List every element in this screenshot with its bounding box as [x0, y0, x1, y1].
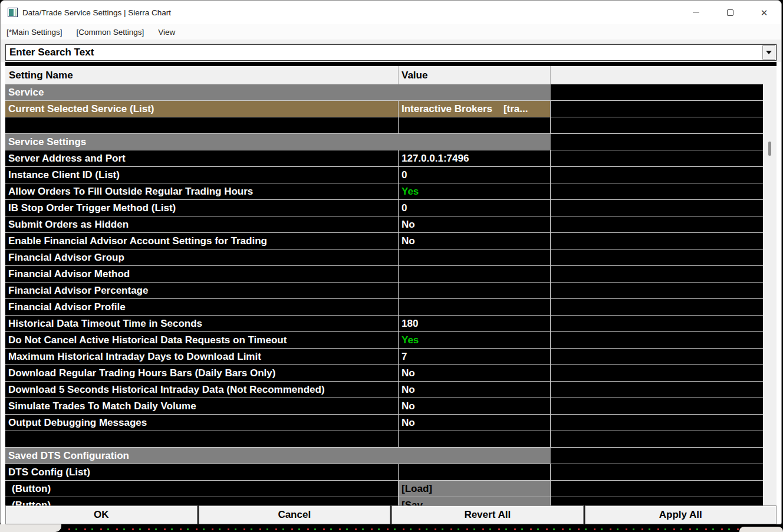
vertical-scrollbar-track[interactable] — [763, 249, 777, 266]
setting-name-cell[interactable]: Service Settings — [5, 134, 399, 150]
vertical-scrollbar-thumb[interactable] — [768, 142, 771, 156]
setting-name-cell[interactable]: (Button) — [5, 481, 399, 497]
setting-name-cell[interactable]: Submit Orders as Hidden — [5, 216, 399, 233]
setting-value-cell[interactable]: No — [399, 216, 551, 233]
cancel-button[interactable]: Cancel — [199, 505, 391, 525]
setting-name-cell[interactable]: Enable Financial Advisor Account Setting… — [5, 233, 399, 249]
setting-value-cell[interactable] — [399, 283, 551, 299]
setting-value-cell[interactable] — [399, 299, 551, 316]
setting-name-cell[interactable]: Maximum Historical Intraday Days to Down… — [5, 349, 399, 365]
vertical-scrollbar-track[interactable] — [763, 299, 777, 316]
vertical-scrollbar-track[interactable] — [763, 101, 777, 117]
revert-all-button[interactable]: Revert All — [392, 505, 584, 525]
setting-name-cell[interactable]: Allow Orders To Fill Outside Regular Tra… — [5, 183, 399, 200]
setting-value-cell[interactable] — [399, 249, 551, 266]
vertical-scrollbar-track[interactable] — [763, 431, 777, 448]
setting-row[interactable]: Do Not Cancel Active Historical Data Req… — [5, 332, 777, 349]
setting-value-cell[interactable] — [399, 464, 551, 481]
vertical-scrollbar-track[interactable] — [763, 481, 777, 497]
setting-value-cell[interactable]: [Sav — [399, 497, 551, 505]
setting-row[interactable]: Financial Advisor Percentage — [5, 283, 777, 299]
setting-row[interactable]: Current Selected Service (List)Interacti… — [5, 101, 777, 117]
setting-name-cell[interactable]: Service — [5, 84, 399, 101]
menu-view[interactable]: View — [154, 28, 179, 37]
vertical-scrollbar-track[interactable] — [763, 497, 777, 505]
setting-row[interactable]: Submit Orders as HiddenNo — [5, 216, 777, 233]
setting-value-cell[interactable]: 0 — [399, 200, 551, 216]
setting-name-cell[interactable]: Historical Data Timeout Time in Seconds — [5, 316, 399, 332]
setting-value-cell[interactable]: 180 — [399, 316, 551, 332]
setting-value-cell[interactable]: [Load] — [399, 481, 551, 497]
setting-name-cell[interactable]: Download Regular Trading Hours Bars (Dai… — [5, 365, 399, 382]
setting-name-cell[interactable]: Download 5 Seconds Historical Intraday D… — [5, 382, 399, 398]
vertical-scrollbar-track[interactable] — [763, 365, 777, 382]
vertical-scrollbar-track[interactable] — [763, 349, 777, 365]
vertical-scrollbar-track[interactable] — [763, 117, 777, 134]
menu-main-settings[interactable]: [*Main Settings] — [3, 28, 66, 37]
vertical-scrollbar-track[interactable] — [763, 448, 777, 464]
setting-value-cell[interactable]: Interactive Brokers [tra... — [399, 101, 551, 117]
setting-name-cell[interactable]: (Button) — [5, 497, 399, 505]
setting-name-cell[interactable]: Simulate Trades To Match Daily Volume — [5, 398, 399, 415]
setting-name-cell[interactable]: IB Stop Order Trigger Method (List) — [5, 200, 399, 216]
setting-value-cell[interactable] — [399, 266, 551, 283]
section-row[interactable]: Service Settings — [5, 134, 777, 150]
setting-name-cell[interactable]: Output Debugging Messages — [5, 415, 399, 431]
vertical-scrollbar-track[interactable] — [763, 382, 777, 398]
setting-row[interactable]: Simulate Trades To Match Daily VolumeNo — [5, 398, 777, 415]
section-row[interactable]: Saved DTS Configuration — [5, 448, 777, 464]
setting-value-cell[interactable]: No — [399, 233, 551, 249]
setting-row[interactable]: DTS Config (List) — [5, 464, 777, 481]
setting-name-cell[interactable]: Do Not Cancel Active Historical Data Req… — [5, 332, 399, 349]
setting-name-cell[interactable]: Financial Advisor Method — [5, 266, 399, 283]
vertical-scrollbar-track[interactable] — [763, 266, 777, 283]
vertical-scrollbar-track[interactable] — [763, 415, 777, 431]
close-button[interactable]: ✕ — [747, 1, 781, 24]
vertical-scrollbar-track[interactable] — [763, 216, 777, 233]
setting-row[interactable]: Output Debugging MessagesNo — [5, 415, 777, 431]
setting-value-cell[interactable]: No — [399, 382, 551, 398]
vertical-scrollbar-track[interactable] — [763, 464, 777, 481]
setting-value-cell[interactable]: 0 — [399, 167, 551, 183]
search-dropdown-button[interactable] — [762, 45, 775, 60]
setting-row[interactable]: Financial Advisor Profile — [5, 299, 777, 316]
maximize-button[interactable] — [713, 1, 747, 24]
setting-row[interactable]: Server Address and Port127.0.0.1:7496 — [5, 150, 777, 167]
vertical-scrollbar-track[interactable] — [763, 84, 777, 101]
setting-value-cell[interactable]: No — [399, 365, 551, 382]
section-row[interactable]: Service — [5, 84, 777, 101]
setting-row[interactable]: Instance Client ID (List)0 — [5, 167, 777, 183]
vertical-scrollbar-track[interactable] — [763, 200, 777, 216]
setting-row[interactable]: Enable Financial Advisor Account Setting… — [5, 233, 777, 249]
setting-name-cell[interactable]: Financial Advisor Percentage — [5, 283, 399, 299]
setting-name-cell[interactable]: Instance Client ID (List) — [5, 167, 399, 183]
setting-row[interactable]: Maximum Historical Intraday Days to Down… — [5, 349, 777, 365]
setting-value-cell[interactable]: No — [399, 398, 551, 415]
setting-row[interactable]: Download Regular Trading Hours Bars (Dai… — [5, 365, 777, 382]
vertical-scrollbar-track[interactable] — [763, 332, 777, 349]
setting-name-cell[interactable]: Server Address and Port — [5, 150, 399, 167]
setting-row[interactable]: Historical Data Timeout Time in Seconds1… — [5, 316, 777, 332]
vertical-scrollbar-track[interactable] — [763, 233, 777, 249]
setting-value-cell[interactable]: 127.0.0.1:7496 — [399, 150, 551, 167]
setting-row[interactable]: Financial Advisor Method — [5, 266, 777, 283]
vertical-scrollbar-track[interactable] — [763, 167, 777, 183]
setting-value-cell[interactable]: Yes — [399, 183, 551, 200]
setting-row[interactable]: Financial Advisor Group — [5, 249, 777, 266]
setting-value-cell[interactable]: Yes — [399, 332, 551, 349]
vertical-scrollbar-track[interactable] — [763, 183, 777, 200]
vertical-scrollbar-track[interactable] — [763, 316, 777, 332]
setting-name-cell[interactable]: DTS Config (List) — [5, 464, 399, 481]
setting-name-cell[interactable]: Financial Advisor Group — [5, 249, 399, 266]
vertical-scrollbar-track[interactable] — [763, 398, 777, 415]
setting-name-cell[interactable]: Saved DTS Configuration — [5, 448, 399, 464]
setting-row[interactable]: Allow Orders To Fill Outside Regular Tra… — [5, 183, 777, 200]
setting-value-cell[interactable]: 7 — [399, 349, 551, 365]
apply-all-button[interactable]: Apply All — [585, 505, 777, 525]
setting-row[interactable]: IB Stop Order Trigger Method (List)0 — [5, 200, 777, 216]
setting-row[interactable]: (Button)[Sav — [5, 497, 777, 505]
setting-row[interactable]: Download 5 Seconds Historical Intraday D… — [5, 382, 777, 398]
minimize-button[interactable] — [679, 1, 713, 24]
setting-name-cell[interactable]: Current Selected Service (List) — [5, 101, 399, 117]
vertical-scrollbar-track[interactable] — [763, 283, 777, 299]
